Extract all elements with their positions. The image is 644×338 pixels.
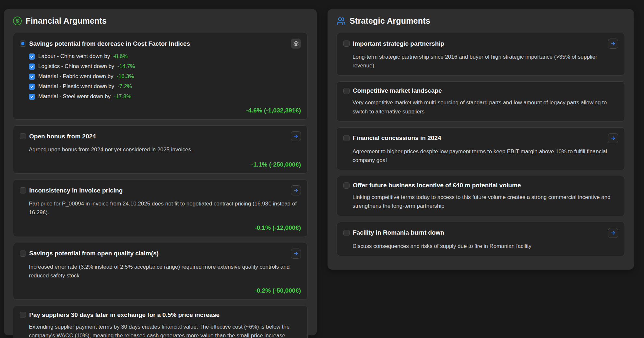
argument-checkbox[interactable] (343, 182, 350, 189)
strategic-card: Important strategic partnershipLong-term… (337, 33, 625, 76)
cost-factor-percentage: -8.6% (113, 53, 127, 60)
arrow-right-icon (293, 134, 299, 139)
card-header-row: Savings potential from open quality clai… (20, 249, 301, 259)
cost-factor-percentage: -16.3% (116, 73, 134, 80)
financial-panel-header: $ Financial Arguments (13, 16, 308, 26)
cost-factor-label: Logistics - China went down by (38, 63, 114, 70)
argument-title: Open bonus from 2024 (29, 133, 96, 140)
cost-factor-row: Labour - China went down by-8.6% (29, 53, 301, 60)
open-argument-button[interactable] (291, 185, 301, 195)
check-icon (30, 85, 34, 89)
financial-card: Savings potential from decrease in Cost … (13, 33, 308, 120)
argument-title: Savings potential from open quality clai… (29, 250, 159, 257)
argument-description: Extending supplier payment terms by 30 d… (29, 322, 301, 338)
financial-card: Open bonus from 2024Agreed upon bonus fr… (13, 125, 308, 174)
indeterminate-mark (21, 42, 24, 45)
cost-factor-percentage: -7.2% (117, 83, 132, 90)
cost-factor-label: Material - Steel went down by (38, 93, 111, 100)
cost-factor-row: Material - Steel went down by-17.8% (29, 93, 301, 100)
card-header-row: Competitive market landscape (343, 87, 618, 94)
card-header-row: Facility in Romania burnt down (343, 228, 618, 238)
card-header-row: Offer future business incentive of €40 m… (343, 182, 618, 189)
cost-factor-row: Logistics - China went down by-14.7% (29, 63, 301, 70)
argument-description: Agreement to higher prices despite low p… (352, 147, 618, 165)
strategic-panel-header: Strategic Arguments (337, 16, 625, 26)
argument-description: Linking competitive terms today to acces… (352, 193, 618, 210)
argument-title: Inconsistency in invoice pricing (29, 187, 123, 194)
settings-button[interactable] (291, 39, 301, 49)
cost-factor-checkbox[interactable] (29, 84, 35, 90)
cost-factor-label: Material - Plastic went down by (38, 83, 114, 90)
check-icon (30, 75, 34, 79)
argument-checkbox[interactable] (20, 187, 26, 193)
card-header-row: Open bonus from 2024 (20, 131, 301, 141)
argument-title: Important strategic partnership (353, 40, 444, 47)
open-argument-button[interactable] (608, 228, 618, 238)
negotiation-arguments-page: $ Financial Arguments Savings potential … (0, 0, 644, 338)
users-icon (337, 17, 346, 26)
argument-title: Savings potential from decrease in Cost … (29, 40, 190, 47)
strategic-card: Offer future business incentive of €40 m… (337, 176, 625, 216)
strategic-card-list: Important strategic partnershipLong-term… (337, 33, 625, 256)
card-header-row: Inconsistency in invoice pricing (20, 185, 301, 195)
argument-checkbox[interactable] (20, 41, 26, 47)
cost-factor-row: Material - Fabric went down by-16.3% (29, 73, 301, 80)
cost-factor-checkbox[interactable] (29, 53, 35, 60)
financial-arguments-panel: $ Financial Arguments Savings potential … (4, 9, 317, 335)
open-argument-button[interactable] (608, 133, 618, 143)
financial-card: Savings potential from open quality clai… (13, 243, 308, 300)
card-header-row: Financial concessions in 2024 (343, 133, 618, 143)
argument-checkbox[interactable] (343, 230, 350, 236)
card-header-row: Pay suppliers 30 days later in exchange … (20, 311, 301, 319)
cost-factor-checkbox[interactable] (29, 94, 35, 100)
card-header-row: Important strategic partnership (343, 39, 618, 49)
argument-title: Pay suppliers 30 days later in exchange … (29, 311, 220, 319)
open-argument-button[interactable] (291, 131, 301, 141)
check-icon (30, 54, 34, 59)
strategic-arguments-panel: Strategic Arguments Important strategic … (328, 9, 634, 270)
arrow-right-icon (610, 230, 616, 236)
argument-description: Increased error rate (3.2% instead of 2.… (29, 262, 301, 280)
strategic-card: Competitive market landscapeVery competi… (337, 81, 625, 121)
financial-card: Pay suppliers 30 days later in exchange … (13, 306, 308, 338)
strategic-card: Facility in Romania burnt downDiscuss co… (337, 222, 625, 256)
argument-checkbox[interactable] (20, 312, 26, 318)
argument-title: Offer future business incentive of €40 m… (353, 182, 521, 189)
argument-checkbox[interactable] (20, 251, 26, 257)
financial-card: Inconsistency in invoice pricingPart pri… (13, 180, 308, 237)
argument-checkbox[interactable] (343, 41, 350, 47)
cost-factor-row: Material - Plastic went down by-7.2% (29, 83, 301, 90)
argument-savings-value: -4.6% (-1,032,391€) (20, 107, 301, 114)
open-argument-button[interactable] (608, 39, 618, 49)
arrow-right-icon (293, 251, 299, 256)
card-header-row: Savings potential from decrease in Cost … (20, 39, 301, 49)
cost-factor-list: Labour - China went down by-8.6%Logistic… (29, 53, 301, 100)
argument-checkbox[interactable] (20, 133, 26, 139)
argument-description: Discuss consequences and risks of supply… (352, 242, 618, 251)
arrow-right-icon (293, 188, 299, 193)
dollar-circle-icon: $ (13, 17, 22, 25)
argument-checkbox[interactable] (343, 135, 350, 141)
strategic-card: Financial concessions in 2024Agreement t… (337, 127, 625, 170)
argument-description: Agreed upon bonus from 2024 not yet cons… (29, 145, 301, 154)
open-argument-button[interactable] (291, 249, 301, 259)
argument-savings-value: -0.2% (-50,000€) (20, 287, 301, 294)
argument-savings-value: -1.1% (-250,000€) (20, 161, 301, 168)
cost-factor-percentage: -14.7% (117, 63, 135, 70)
argument-savings-value: -0.1% (-12,000€) (20, 224, 301, 231)
argument-checkbox[interactable] (343, 88, 350, 94)
cost-factor-checkbox[interactable] (29, 64, 35, 70)
argument-title: Competitive market landscape (353, 87, 442, 94)
gear-icon (293, 41, 299, 47)
check-icon (30, 95, 34, 99)
cost-factor-label: Material - Fabric went down by (38, 73, 113, 80)
argument-description: Very competitive market with multi-sourc… (352, 98, 618, 116)
arrow-right-icon (610, 41, 616, 46)
argument-title: Financial concessions in 2024 (353, 134, 441, 142)
argument-description: Part price for P_00094 in invoice from 2… (29, 199, 301, 217)
financial-panel-title: Financial Arguments (26, 16, 107, 26)
cost-factor-checkbox[interactable] (29, 74, 35, 80)
check-icon (30, 64, 34, 69)
financial-card-list: Savings potential from decrease in Cost … (13, 33, 308, 338)
cost-factor-percentage: -17.8% (114, 93, 131, 100)
